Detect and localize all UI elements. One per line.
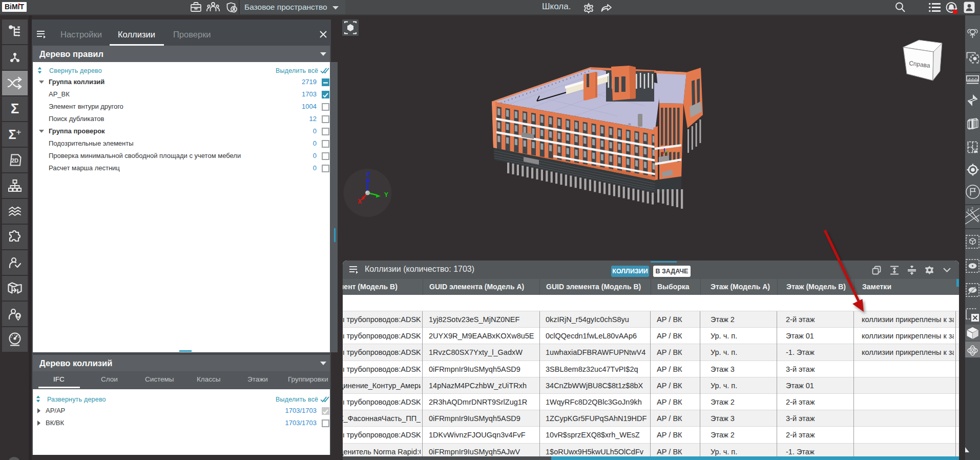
svg-text:2D: 2D — [11, 157, 18, 164]
svg-text:Y: Y — [384, 191, 388, 198]
svg-text:X: X — [358, 198, 362, 205]
svg-text:2: 2 — [971, 207, 973, 210]
svg-text:1: 1 — [967, 208, 969, 212]
svg-text:Z: Z — [366, 171, 370, 178]
